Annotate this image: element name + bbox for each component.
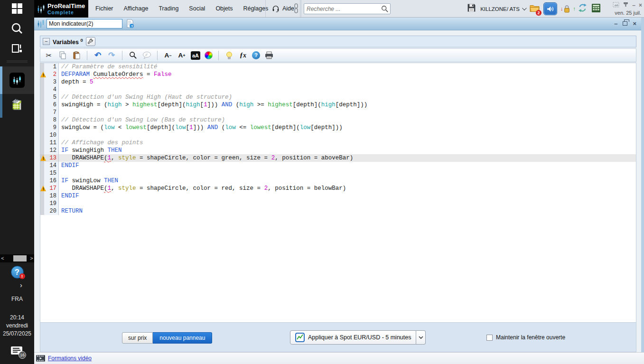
keep-window-open-option[interactable]: Maintenir la fenêtre ouverte	[486, 334, 565, 341]
restore-window-icon[interactable]	[623, 21, 627, 26]
logo-subtitle: Complete	[47, 9, 85, 15]
workspace-layout-icon[interactable]	[0, 42, 34, 55]
line-gutter: 4	[40, 86, 59, 93]
decrease-font-icon[interactable]: A−	[163, 51, 173, 60]
line-number: 16	[50, 177, 56, 185]
sidebar-item-charts[interactable]	[0, 66, 34, 94]
line-number: 11	[50, 139, 56, 147]
code-editor[interactable]: 1// Paramètre de sensibilité!2DEFPARAM C…	[40, 63, 636, 322]
messages-button[interactable]: 16	[0, 346, 34, 357]
apply-dropdown-chevron[interactable]	[416, 330, 426, 345]
find-icon[interactable]	[128, 51, 138, 60]
collapse-variables-icon[interactable]: −	[43, 38, 50, 45]
clock-day: vendredi	[0, 322, 34, 329]
pin-icon[interactable]	[623, 1, 629, 9]
sound-button[interactable]	[544, 3, 557, 15]
functions-icon[interactable]: ƒx	[238, 51, 248, 60]
account-selector[interactable]: KILLZONE/ ATS	[480, 6, 525, 12]
undo-icon[interactable]: ↶	[93, 51, 103, 60]
code-line[interactable]: 16IF swingLow THEN	[40, 177, 636, 185]
minimize-window-icon[interactable]: –	[614, 20, 617, 27]
line-number: 12	[50, 147, 56, 154]
code-text: // Affichage des points	[59, 139, 143, 147]
search-magnifier-icon[interactable]	[381, 5, 389, 15]
code-token: (	[104, 155, 108, 161]
line-number: 7	[53, 109, 56, 116]
sidebar-item-spreadsheet[interactable]	[0, 94, 34, 118]
increase-font-icon[interactable]: A+	[177, 51, 187, 60]
code-line[interactable]: 10	[40, 131, 636, 139]
code-line[interactable]: !13 DRAWSHAPE(1, style = shapeCircle, co…	[40, 154, 636, 162]
order-panel-icon[interactable]	[592, 4, 600, 14]
color-wheel-icon[interactable]	[205, 51, 213, 59]
code-line[interactable]: 4	[40, 86, 636, 93]
indicator-name-input[interactable]	[47, 19, 122, 28]
screenshot-icon[interactable]	[613, 1, 619, 9]
code-text: IF swingHigh THEN	[59, 147, 122, 154]
display-mode-toggle: sur prix nouveau panneau	[122, 332, 212, 344]
menu-item-affichage[interactable]: Affichage	[119, 0, 154, 17]
close-window-icon[interactable]: ×	[633, 20, 636, 27]
new-panel-button[interactable]: nouveau panneau	[153, 332, 212, 344]
code-line[interactable]: 12IF swingHigh THEN	[40, 147, 636, 154]
code-help-icon[interactable]: ?	[125, 19, 135, 30]
code-line[interactable]: 8// Détection d'un Swing Low (Bas de str…	[40, 116, 636, 124]
code-line[interactable]: !2DEFPARAM CumulateOrders = False	[40, 71, 636, 78]
search-input[interactable]	[307, 4, 378, 13]
scrollbar-thumb[interactable]	[13, 255, 27, 261]
code-line[interactable]: 20RETURN	[40, 207, 636, 215]
menu-item-social[interactable]: Social	[184, 0, 210, 17]
redo-icon[interactable]: ↷	[107, 51, 116, 60]
code-line[interactable]: 9swingLow = (low < lowest[depth](low[1])…	[40, 124, 636, 131]
scroll-right-arrow[interactable]: >	[29, 254, 34, 262]
variables-settings-button[interactable]	[86, 37, 95, 46]
code-line[interactable]: 15	[40, 169, 636, 177]
close-app-icon[interactable]: ×	[639, 2, 642, 9]
line-gutter: 3	[40, 78, 59, 86]
code-line[interactable]: 3depth = 5	[40, 78, 636, 86]
sync-icon[interactable]	[578, 3, 588, 15]
copy-icon[interactable]	[58, 51, 67, 60]
code-line[interactable]: !17 DRAWSHAPE(1, style = shapeCircle, co…	[40, 185, 636, 192]
windows-start-icon[interactable]	[0, 3, 34, 14]
expand-chevron-icon[interactable]: ›	[20, 281, 22, 289]
orders-folder-button[interactable]: 2	[530, 4, 540, 14]
apply-button[interactable]: Appliquer à Spot EUR/USD - 5 minutes	[290, 330, 416, 345]
code-line[interactable]: 1// Paramètre de sensibilité	[40, 63, 636, 71]
code-text: ENDIF	[59, 192, 79, 200]
menu-item-trading[interactable]: Trading	[153, 0, 184, 17]
trading-lock-button[interactable]: ↓ ↑	[561, 4, 573, 14]
link-icon[interactable]	[291, 0, 301, 17]
code-line[interactable]: 6swingHigh = (high > highest[depth](high…	[40, 101, 636, 109]
code-text	[59, 109, 61, 116]
print-icon[interactable]	[264, 51, 274, 60]
global-search[interactable]	[304, 3, 391, 14]
code-line[interactable]: 19	[40, 200, 636, 207]
save-icon[interactable]	[467, 3, 476, 14]
code-line[interactable]: 11// Affichage des points	[40, 139, 636, 147]
video-training-link[interactable]: Formations vidéo	[48, 355, 92, 362]
keep-open-checkbox[interactable]	[486, 335, 493, 341]
on-price-button[interactable]: sur prix	[122, 332, 153, 344]
search-icon[interactable]	[0, 22, 34, 36]
cut-icon[interactable]: ✂	[44, 51, 54, 60]
help-button[interactable]: ? !	[0, 266, 34, 279]
minimize-app-icon[interactable]: –	[632, 2, 635, 9]
menu-item-objets[interactable]: Objets	[210, 0, 238, 17]
suggestion-bulb-icon[interactable]	[224, 51, 234, 60]
code-token: high	[239, 102, 253, 108]
comment-icon[interactable]: //	[142, 51, 151, 60]
code-line[interactable]: 18ENDIF	[40, 192, 636, 200]
editor-help-icon[interactable]: ?	[252, 51, 260, 59]
variables-count: 0	[80, 37, 83, 43]
paste-icon[interactable]	[72, 51, 81, 60]
code-line[interactable]: 7	[40, 109, 636, 116]
code-token: , position = belowBar)	[268, 185, 346, 192]
code-line[interactable]: 14ENDIF	[40, 162, 636, 169]
sidebar-horizontal-scrollbar[interactable]: < >	[0, 254, 34, 262]
code-line[interactable]: 5// Détection d'un Swing High (Haut de s…	[40, 93, 636, 101]
scroll-left-arrow[interactable]: <	[0, 254, 5, 262]
font-style-icon[interactable]: aA	[191, 51, 200, 60]
menu-item-fichier[interactable]: Fichier	[90, 0, 119, 17]
scrollbar-track[interactable]	[5, 254, 29, 262]
